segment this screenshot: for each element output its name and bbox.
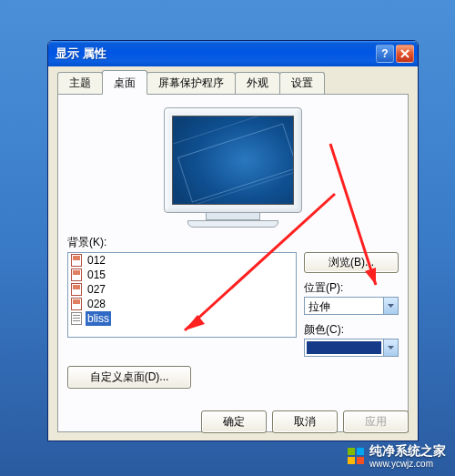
- position-combobox[interactable]: 拉伸: [304, 297, 399, 315]
- svg-marker-0: [388, 304, 394, 308]
- color-picker[interactable]: [304, 339, 399, 357]
- titlebar-buttons: ?: [376, 45, 414, 63]
- chevron-down-icon: [383, 298, 398, 314]
- list-item[interactable]: 028: [68, 297, 296, 311]
- tab-settings[interactable]: 设置: [279, 72, 325, 94]
- watermark-url: www.ycwjz.com: [369, 460, 446, 469]
- titlebar[interactable]: 显示 属性 ?: [48, 41, 418, 66]
- cancel-button[interactable]: 取消: [272, 410, 338, 433]
- list-item-label: 027: [86, 282, 107, 297]
- tab-theme[interactable]: 主题: [57, 72, 103, 94]
- monitor-bezel: [164, 107, 302, 213]
- background-listbox[interactable]: 012015027028bliss: [67, 252, 297, 338]
- position-label: 位置(P):: [304, 280, 399, 296]
- customize-desktop-button[interactable]: 自定义桌面(D)...: [67, 366, 191, 389]
- dialog-button-bar: 确定 取消 应用: [57, 410, 409, 433]
- color-label: 颜色(C):: [304, 322, 399, 338]
- tab-desktop[interactable]: 桌面: [102, 70, 147, 95]
- color-swatch: [307, 341, 381, 354]
- list-item[interactable]: 015: [68, 268, 296, 282]
- list-item[interactable]: 012: [68, 253, 296, 268]
- list-item-label: 028: [86, 297, 107, 311]
- list-item[interactable]: bliss: [68, 311, 296, 326]
- svg-marker-1: [388, 346, 394, 349]
- text-file-icon: [71, 312, 82, 325]
- close-button[interactable]: [396, 45, 414, 63]
- preview-area: [67, 107, 399, 228]
- apply-button[interactable]: 应用: [343, 410, 409, 433]
- tab-screensaver[interactable]: 屏幕保护程序: [147, 72, 236, 94]
- watermark: 纯净系统之家 www.ycwjz.com: [348, 443, 446, 469]
- position-value: 拉伸: [305, 298, 383, 314]
- watermark-brand: 纯净系统之家: [369, 443, 446, 458]
- image-file-icon: [71, 283, 82, 296]
- list-item-label: 012: [86, 253, 107, 268]
- list-item-label: 015: [86, 268, 107, 282]
- list-item-label: bliss: [86, 311, 111, 326]
- dialog-client-area: 主题 桌面 屏幕保护程序 外观 设置 背景(K): 012015027028bl…: [48, 66, 418, 441]
- watermark-logo-icon: [348, 448, 364, 464]
- list-item[interactable]: 027: [68, 282, 296, 297]
- dialog-title: 显示 属性: [56, 46, 106, 62]
- tab-strip: 主题 桌面 屏幕保护程序 外观 设置: [57, 74, 409, 94]
- ok-button[interactable]: 确定: [201, 410, 267, 433]
- close-icon: [400, 49, 410, 58]
- help-button[interactable]: ?: [376, 45, 394, 63]
- tab-appearance[interactable]: 外观: [235, 72, 280, 94]
- chevron-down-icon: [383, 339, 398, 356]
- browse-button[interactable]: 浏览(B)...: [304, 252, 399, 273]
- background-label: 背景(K):: [67, 235, 399, 250]
- image-file-icon: [71, 254, 82, 267]
- monitor-base: [187, 220, 278, 228]
- image-file-icon: [71, 298, 82, 310]
- monitor-screen: [172, 116, 294, 205]
- display-properties-dialog: 显示 属性 ? 主题 桌面 屏幕保护程序 外观 设置: [47, 40, 419, 441]
- tab-panel-desktop: 背景(K): 012015027028bliss 浏览(B)... 位置(P):…: [57, 94, 409, 432]
- image-file-icon: [71, 268, 82, 281]
- monitor-preview: [164, 107, 302, 228]
- monitor-stand: [206, 213, 260, 220]
